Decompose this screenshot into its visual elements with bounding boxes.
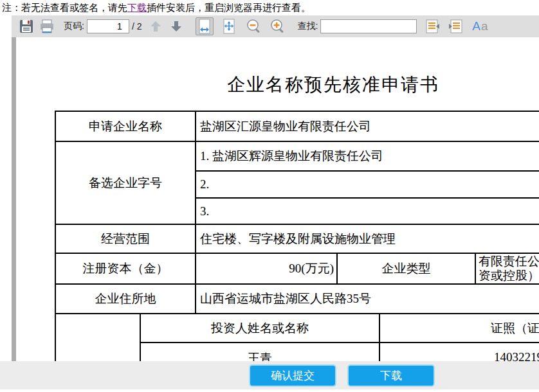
viewer-left-gutter — [12, 37, 16, 361]
value-alternative-name-2: 2. — [196, 172, 539, 199]
value-applied-enterprise-name: 盐湖区汇源皇物业有限责任公司 — [196, 112, 539, 142]
zoom-out-icon — [246, 19, 262, 34]
arrow-up-icon — [149, 20, 162, 33]
document-viewport[interactable]: 企业名称预先核准申请书 申请企业名称 盐湖区汇源皇物业有限责任公司 备选企业字号… — [0, 37, 539, 361]
label-alternative-names: 备选企业字号 — [56, 142, 196, 225]
match-case-a: a — [481, 19, 489, 33]
notice-suffix: 插件安装后，重启浏览器再进行查看。 — [147, 2, 311, 13]
zoom-in-button[interactable] — [270, 18, 286, 35]
find-previous-button[interactable] — [425, 18, 441, 35]
document-page: 企业名称预先核准申请书 申请企业名称 盐湖区汇源皇物业有限责任公司 备选企业字号… — [16, 37, 539, 361]
plugin-document-viewer: 注：若无法查看或签名，请先下载插件安装后，重启浏览器再进行查看。 — [0, 0, 539, 392]
save-button[interactable] — [18, 18, 35, 35]
fit-width-icon — [198, 19, 211, 34]
page-total: / 2 — [132, 21, 142, 31]
label-business-scope: 经营范围 — [56, 225, 196, 254]
enterprise-type-line-2: 资或控股） — [479, 269, 539, 283]
value-registered-capital: 90(万元) — [196, 254, 338, 285]
value-investor-name: 王青 — [141, 343, 380, 361]
fit-page-icon — [223, 19, 235, 34]
value-alternative-name-1: 1. 盐湖区辉源皇物业有限责任公司 — [196, 142, 539, 172]
label-enterprise-type: 企业类型 — [338, 254, 476, 285]
confirm-submit-button[interactable]: 确认提交 — [249, 364, 336, 387]
value-enterprise-type: 有限责任公司（自然人投资或控股） — [476, 254, 539, 285]
find-label: 查找: — [297, 21, 318, 32]
download-button[interactable]: 下载 — [347, 364, 435, 387]
label-enterprise-address: 企业住所地 — [56, 285, 196, 314]
printer-icon — [39, 19, 55, 33]
previous-page-button[interactable] — [147, 18, 164, 35]
find-input[interactable] — [320, 19, 417, 33]
plugin-notice-bar: 注：若无法查看或签名，请先下载插件安装后，重启浏览器再进行查看。 — [0, 0, 539, 15]
investors-span-cell — [56, 314, 141, 361]
save-icon — [19, 19, 33, 33]
fit-page-button[interactable] — [221, 18, 237, 35]
label-registered-capital: 注册资本（金） — [56, 254, 196, 285]
value-certificate-number: 140322199504011 — [380, 343, 539, 361]
find-previous-icon — [425, 19, 441, 33]
action-bar: 确认提交 下载 — [0, 361, 539, 389]
value-alternative-name-3: 3. — [196, 199, 539, 225]
page-number-input[interactable] — [87, 19, 129, 33]
next-page-button[interactable] — [168, 18, 185, 35]
download-plugin-link[interactable]: 下载 — [127, 2, 147, 13]
enterprise-type-line-1: 有限责任公司（自然人投 — [479, 254, 539, 269]
document-title: 企业名称预先核准申请书 — [227, 73, 439, 97]
zoom-out-button[interactable] — [246, 18, 262, 35]
print-button[interactable] — [39, 18, 55, 35]
fit-width-button[interactable] — [196, 17, 214, 35]
header-investor-name: 投资人姓名或名称 — [141, 314, 380, 343]
label-applied-enterprise-name: 申请企业名称 — [56, 112, 196, 142]
notice-prefix: 注：若无法查看或签名，请先 — [2, 2, 127, 13]
application-form-table: 申请企业名称 盐湖区汇源皇物业有限责任公司 备选企业字号 1. 盐湖区辉源皇物业… — [55, 111, 539, 361]
viewer-toolbar: 页码: / 2 — [12, 15, 539, 37]
header-certificate-number: 证照（证件）号码 — [380, 314, 539, 343]
match-case-A: A — [472, 19, 481, 33]
find-next-button[interactable] — [447, 18, 464, 35]
arrow-down-icon — [170, 20, 183, 33]
zoom-in-icon — [270, 19, 286, 34]
value-enterprise-address: 山西省运城市盐湖区人民路35号 — [196, 285, 539, 314]
page-number-label: 页码: — [64, 21, 84, 32]
match-case-toggle[interactable]: Aa — [472, 19, 488, 33]
find-next-icon — [448, 19, 463, 33]
value-business-scope: 住宅楼、写字楼及附属设施物业管理 — [196, 225, 539, 254]
